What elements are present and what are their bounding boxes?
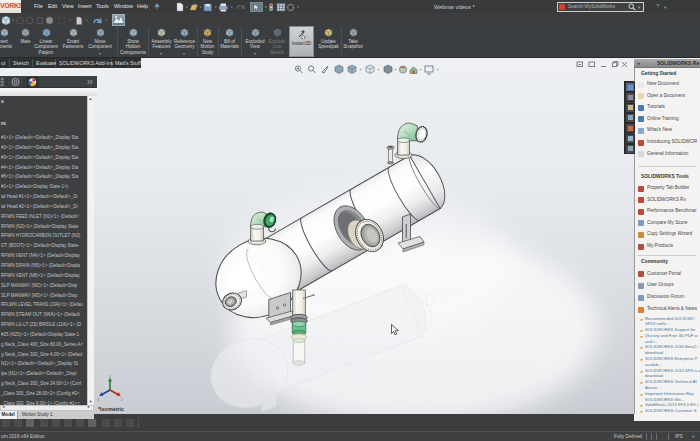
svg-text:Y: Y xyxy=(109,374,112,379)
svg-text:X: X xyxy=(97,397,100,402)
svg-text:Z: Z xyxy=(121,397,124,402)
